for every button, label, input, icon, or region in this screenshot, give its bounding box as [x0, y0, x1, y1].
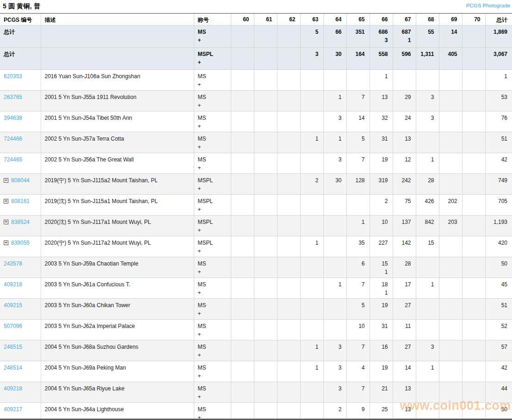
grade-62-cell: [277, 25, 300, 48]
grade-count: 6: [351, 259, 365, 268]
table-row: +8080442019(宁) 5 Yn Sun-J115a2 Mount Tai…: [0, 174, 512, 195]
grade-69-cell: [439, 257, 462, 278]
grade-count: 3: [327, 364, 342, 372]
grade-70-cell: [462, 153, 485, 174]
grade-68-cell: [416, 403, 439, 420]
pcgs-number-link[interactable]: 409218: [4, 385, 22, 392]
expand-plus-icon[interactable]: +: [4, 199, 8, 204]
grade-count: 3: [420, 114, 434, 122]
grade-61-cell: [254, 25, 277, 48]
grade-count: 128: [351, 176, 365, 185]
grade-67-cell: 12: [393, 153, 416, 174]
pcgs-number-cell: 243578: [0, 257, 41, 278]
designation-label: MS: [198, 28, 227, 36]
pcgs-number-link[interactable]: 248515: [4, 344, 22, 350]
grade-61-cell: [254, 278, 277, 299]
pcgs-number-link[interactable]: 409217: [4, 406, 22, 413]
table-row: +8385242020(沈) 5 Yn Sun-J117a1 Mount Wuy…: [0, 216, 512, 236]
description-cell: 2002 5 Yn Sun-J57a Terra Cotta: [41, 132, 194, 153]
total-cell: 51: [485, 299, 512, 320]
total-cell: 749: [485, 174, 512, 195]
grade-61-cell: [254, 91, 277, 111]
designation-label: MS: [198, 301, 227, 309]
grade-62-cell: [277, 153, 300, 174]
grade-count: 13: [397, 384, 411, 393]
grade-count: 137: [397, 218, 411, 226]
grade-count: 227: [374, 239, 388, 247]
pcgs-number-link[interactable]: 808161: [11, 198, 30, 204]
pcgs-number-link[interactable]: 724466: [4, 136, 22, 142]
grade-63-cell: 1: [300, 132, 323, 153]
col-header-grade-64: 64: [323, 13, 346, 25]
grade-68-cell: 842: [416, 216, 439, 236]
grade-61-cell: [254, 174, 277, 195]
grade-count: 351: [351, 28, 365, 36]
pcgs-number-link[interactable]: 409216: [4, 281, 22, 288]
description-cell: 2004 5 Yn Sun-J64a Lighthouse: [41, 403, 194, 420]
grade-66-cell: 19: [370, 299, 393, 320]
grade-67-cell: 596: [393, 48, 416, 70]
grade-65-cell: 128: [346, 174, 370, 195]
pcgs-number-link[interactable]: 620353: [4, 73, 22, 80]
designation-plus-label: +: [198, 36, 227, 44]
grade-66-cell: 319: [370, 174, 393, 195]
pcgs-number-link[interactable]: 409215: [4, 302, 22, 309]
grade-count: 2: [327, 405, 342, 414]
designation-cell: MSPL+: [194, 195, 231, 216]
pcgs-number-link[interactable]: 263765: [4, 94, 22, 100]
grade-count: 27: [397, 301, 411, 309]
description-cell: 2020(宁) 5 Yn Sun-J117a2 Mount Wuyi, PL: [41, 236, 194, 257]
expand-plus-icon[interactable]: +: [4, 241, 8, 245]
grade-count: 319: [374, 176, 388, 185]
pcgs-photograde-link[interactable]: PCGS Photograde: [466, 3, 510, 8]
grade-66-cell: 19: [370, 361, 393, 382]
grade-66-cell: 181: [370, 278, 393, 299]
designation-plus-label: +: [198, 122, 227, 130]
grade-61-cell: [254, 340, 277, 361]
pcgs-number-link[interactable]: 248514: [4, 364, 22, 371]
grade-63-cell: 2: [300, 174, 323, 195]
grade-65-cell: 7: [346, 382, 370, 403]
grade-69-cell: [439, 299, 462, 320]
pcgs-number-link[interactable]: 838524: [11, 219, 30, 225]
designation-label: MSPL: [198, 176, 227, 185]
grade-67-cell: 142: [393, 236, 416, 257]
pcgs-number-link[interactable]: 243578: [4, 260, 22, 267]
pcgs-number-link[interactable]: 808044: [11, 177, 30, 184]
designation-label: MS: [198, 322, 227, 330]
grade-69-cell: [439, 174, 462, 195]
pcgs-number-link[interactable]: 394638: [4, 115, 22, 121]
table-row: +8081612019(沈) 5 Yn Sun-J115a1 Mount Tai…: [0, 195, 512, 216]
grade-67-cell: 13: [393, 403, 416, 420]
grade-61-cell: [254, 153, 277, 174]
grade-62-cell: [277, 340, 300, 361]
pcgs-number-link[interactable]: 839055: [11, 240, 30, 246]
pcgs-number-link[interactable]: 507096: [4, 323, 22, 329]
expand-plus-icon[interactable]: +: [4, 178, 8, 183]
designation-label: MSPL: [198, 239, 227, 247]
total-cell: 57: [485, 340, 512, 361]
expand-plus-icon[interactable]: +: [4, 220, 8, 224]
col-header-grade-69: 69: [439, 13, 462, 25]
grade-count: 1: [327, 280, 342, 289]
grade-66-cell: 558: [370, 48, 393, 70]
table-row: 6203532016 Yuan Sun-J106a Sun ZhongshanM…: [0, 70, 512, 91]
grade-64-cell: [323, 216, 346, 236]
grade-count: 7: [351, 280, 365, 289]
total-cell: 44: [485, 382, 512, 403]
total-cell: 705: [485, 195, 512, 216]
designation-plus-label: +: [198, 351, 227, 359]
pcgs-number-link[interactable]: 724465: [4, 156, 22, 163]
table-row: 4092162003 5 Yn Sun-J61a Confucious T.MS…: [0, 278, 512, 299]
grade-64-cell: [323, 70, 346, 91]
grade-count: 28: [420, 176, 434, 185]
grade-69-cell: [439, 132, 462, 153]
grade-count: 426: [420, 197, 434, 205]
grade-70-cell: [462, 257, 485, 278]
total-cell: 1,193: [485, 216, 512, 236]
grade-60-cell: [231, 132, 254, 153]
grade-63-cell: [300, 403, 323, 420]
grade-67-cell: 27: [393, 340, 416, 361]
grade-69-cell: 405: [439, 48, 462, 70]
grade-67-cell: 242: [393, 174, 416, 195]
